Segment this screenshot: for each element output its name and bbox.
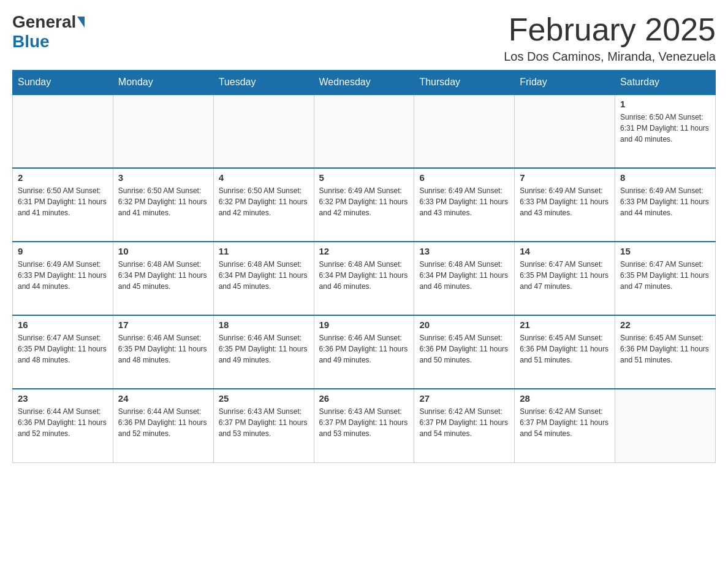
day-cell: 21Sunrise: 6:45 AM Sunset: 6:36 PM Dayli… bbox=[515, 315, 615, 389]
week-row-1: 1Sunrise: 6:50 AM Sunset: 6:31 PM Daylig… bbox=[13, 94, 716, 168]
day-info: Sunrise: 6:42 AM Sunset: 6:37 PM Dayligh… bbox=[520, 406, 610, 439]
day-cell: 20Sunrise: 6:45 AM Sunset: 6:36 PM Dayli… bbox=[414, 315, 515, 389]
day-cell: 3Sunrise: 6:50 AM Sunset: 6:32 PM Daylig… bbox=[113, 168, 213, 242]
day-number: 27 bbox=[419, 393, 509, 404]
day-info: Sunrise: 6:48 AM Sunset: 6:34 PM Dayligh… bbox=[219, 259, 309, 292]
day-cell bbox=[13, 94, 113, 168]
day-cell: 25Sunrise: 6:43 AM Sunset: 6:37 PM Dayli… bbox=[213, 389, 314, 462]
day-number: 8 bbox=[620, 172, 710, 183]
day-info: Sunrise: 6:48 AM Sunset: 6:34 PM Dayligh… bbox=[118, 259, 208, 292]
day-info: Sunrise: 6:46 AM Sunset: 6:36 PM Dayligh… bbox=[319, 332, 409, 366]
day-cell: 17Sunrise: 6:46 AM Sunset: 6:35 PM Dayli… bbox=[113, 315, 213, 389]
day-cell: 2Sunrise: 6:50 AM Sunset: 6:31 PM Daylig… bbox=[13, 168, 113, 242]
day-info: Sunrise: 6:50 AM Sunset: 6:31 PM Dayligh… bbox=[620, 112, 710, 145]
day-number: 11 bbox=[219, 246, 309, 256]
day-info: Sunrise: 6:43 AM Sunset: 6:37 PM Dayligh… bbox=[219, 406, 309, 439]
day-cell: 10Sunrise: 6:48 AM Sunset: 6:34 PM Dayli… bbox=[113, 242, 213, 315]
day-cell: 13Sunrise: 6:48 AM Sunset: 6:34 PM Dayli… bbox=[414, 242, 515, 315]
day-info: Sunrise: 6:45 AM Sunset: 6:36 PM Dayligh… bbox=[620, 332, 710, 366]
day-number: 26 bbox=[319, 393, 409, 404]
weekday-header-thursday: Thursday bbox=[414, 71, 515, 95]
day-number: 25 bbox=[219, 393, 309, 404]
day-info: Sunrise: 6:45 AM Sunset: 6:36 PM Dayligh… bbox=[520, 332, 610, 366]
day-cell: 24Sunrise: 6:44 AM Sunset: 6:36 PM Dayli… bbox=[113, 389, 213, 462]
day-info: Sunrise: 6:42 AM Sunset: 6:37 PM Dayligh… bbox=[419, 406, 509, 439]
month-title: February 2025 bbox=[504, 12, 716, 47]
day-number: 14 bbox=[520, 246, 610, 256]
day-info: Sunrise: 6:50 AM Sunset: 6:32 PM Dayligh… bbox=[219, 185, 309, 218]
day-cell: 15Sunrise: 6:47 AM Sunset: 6:35 PM Dayli… bbox=[615, 242, 716, 315]
day-cell bbox=[414, 94, 515, 168]
day-info: Sunrise: 6:47 AM Sunset: 6:35 PM Dayligh… bbox=[520, 259, 610, 292]
day-number: 13 bbox=[419, 246, 509, 256]
day-cell bbox=[213, 94, 314, 168]
day-info: Sunrise: 6:49 AM Sunset: 6:33 PM Dayligh… bbox=[620, 185, 710, 218]
day-cell: 18Sunrise: 6:46 AM Sunset: 6:35 PM Dayli… bbox=[213, 315, 314, 389]
day-number: 24 bbox=[118, 393, 208, 404]
day-cell: 16Sunrise: 6:47 AM Sunset: 6:35 PM Dayli… bbox=[13, 315, 113, 389]
day-cell: 19Sunrise: 6:46 AM Sunset: 6:36 PM Dayli… bbox=[314, 315, 414, 389]
logo: General Blue bbox=[12, 12, 86, 52]
week-row-5: 23Sunrise: 6:44 AM Sunset: 6:36 PM Dayli… bbox=[13, 389, 716, 462]
week-row-2: 2Sunrise: 6:50 AM Sunset: 6:31 PM Daylig… bbox=[13, 168, 716, 242]
logo-general-text: General bbox=[12, 12, 76, 32]
day-info: Sunrise: 6:44 AM Sunset: 6:36 PM Dayligh… bbox=[118, 406, 208, 439]
day-cell: 28Sunrise: 6:42 AM Sunset: 6:37 PM Dayli… bbox=[515, 389, 615, 462]
calendar-table: SundayMondayTuesdayWednesdayThursdayFrid… bbox=[12, 70, 716, 463]
day-number: 5 bbox=[319, 172, 409, 183]
day-number: 12 bbox=[319, 246, 409, 256]
day-number: 1 bbox=[620, 99, 710, 109]
day-cell bbox=[314, 94, 414, 168]
day-cell bbox=[615, 389, 716, 462]
day-info: Sunrise: 6:49 AM Sunset: 6:33 PM Dayligh… bbox=[419, 185, 509, 218]
day-number: 18 bbox=[219, 320, 309, 330]
day-cell: 8Sunrise: 6:49 AM Sunset: 6:33 PM Daylig… bbox=[615, 168, 716, 242]
day-number: 22 bbox=[620, 320, 710, 330]
day-number: 7 bbox=[520, 172, 610, 183]
day-info: Sunrise: 6:50 AM Sunset: 6:31 PM Dayligh… bbox=[18, 185, 108, 218]
day-info: Sunrise: 6:49 AM Sunset: 6:32 PM Dayligh… bbox=[319, 185, 409, 218]
day-number: 10 bbox=[118, 246, 208, 256]
day-number: 4 bbox=[219, 172, 309, 183]
day-cell: 5Sunrise: 6:49 AM Sunset: 6:32 PM Daylig… bbox=[314, 168, 414, 242]
weekday-header-wednesday: Wednesday bbox=[314, 71, 414, 95]
day-info: Sunrise: 6:44 AM Sunset: 6:36 PM Dayligh… bbox=[18, 406, 108, 439]
day-number: 20 bbox=[419, 320, 509, 330]
day-number: 3 bbox=[118, 172, 208, 183]
weekday-header-sunday: Sunday bbox=[13, 71, 113, 95]
day-cell bbox=[113, 94, 213, 168]
page-header: General Blue February 2025 Los Dos Camin… bbox=[12, 12, 716, 64]
day-cell: 12Sunrise: 6:48 AM Sunset: 6:34 PM Dayli… bbox=[314, 242, 414, 315]
weekday-header-monday: Monday bbox=[113, 71, 213, 95]
day-number: 6 bbox=[419, 172, 509, 183]
weekday-header-tuesday: Tuesday bbox=[213, 71, 314, 95]
day-info: Sunrise: 6:48 AM Sunset: 6:34 PM Dayligh… bbox=[319, 259, 409, 292]
day-info: Sunrise: 6:45 AM Sunset: 6:36 PM Dayligh… bbox=[419, 332, 509, 366]
day-info: Sunrise: 6:46 AM Sunset: 6:35 PM Dayligh… bbox=[219, 332, 309, 366]
day-info: Sunrise: 6:49 AM Sunset: 6:33 PM Dayligh… bbox=[520, 185, 610, 218]
day-cell: 4Sunrise: 6:50 AM Sunset: 6:32 PM Daylig… bbox=[213, 168, 314, 242]
day-cell: 22Sunrise: 6:45 AM Sunset: 6:36 PM Dayli… bbox=[615, 315, 716, 389]
logo-blue-text: Blue bbox=[12, 32, 50, 52]
day-cell bbox=[515, 94, 615, 168]
day-number: 16 bbox=[18, 320, 108, 330]
day-cell: 26Sunrise: 6:43 AM Sunset: 6:37 PM Dayli… bbox=[314, 389, 414, 462]
week-row-4: 16Sunrise: 6:47 AM Sunset: 6:35 PM Dayli… bbox=[13, 315, 716, 389]
day-cell: 11Sunrise: 6:48 AM Sunset: 6:34 PM Dayli… bbox=[213, 242, 314, 315]
day-cell: 1Sunrise: 6:50 AM Sunset: 6:31 PM Daylig… bbox=[615, 94, 716, 168]
day-cell: 27Sunrise: 6:42 AM Sunset: 6:37 PM Dayli… bbox=[414, 389, 515, 462]
day-info: Sunrise: 6:48 AM Sunset: 6:34 PM Dayligh… bbox=[419, 259, 509, 292]
day-number: 23 bbox=[18, 393, 108, 404]
day-number: 9 bbox=[18, 246, 108, 256]
week-row-3: 9Sunrise: 6:49 AM Sunset: 6:33 PM Daylig… bbox=[13, 242, 716, 315]
location-text: Los Dos Caminos, Miranda, Venezuela bbox=[504, 50, 716, 64]
day-number: 15 bbox=[620, 246, 710, 256]
day-number: 21 bbox=[520, 320, 610, 330]
day-cell: 7Sunrise: 6:49 AM Sunset: 6:33 PM Daylig… bbox=[515, 168, 615, 242]
day-info: Sunrise: 6:46 AM Sunset: 6:35 PM Dayligh… bbox=[118, 332, 208, 366]
day-info: Sunrise: 6:50 AM Sunset: 6:32 PM Dayligh… bbox=[118, 185, 208, 218]
day-info: Sunrise: 6:47 AM Sunset: 6:35 PM Dayligh… bbox=[18, 332, 108, 366]
day-number: 28 bbox=[520, 393, 610, 404]
title-block: February 2025 Los Dos Caminos, Miranda, … bbox=[504, 12, 716, 64]
day-cell: 6Sunrise: 6:49 AM Sunset: 6:33 PM Daylig… bbox=[414, 168, 515, 242]
